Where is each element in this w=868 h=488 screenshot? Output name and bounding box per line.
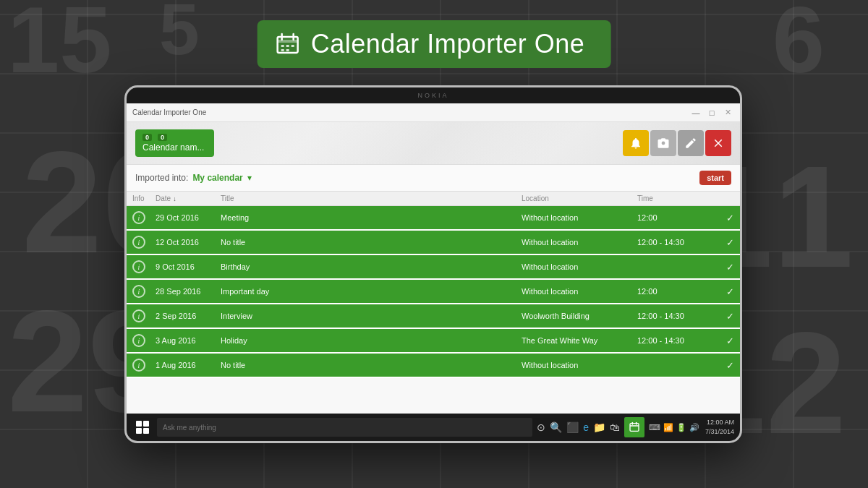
- event-title: Important day: [221, 287, 522, 296]
- event-time: 12:00: [637, 287, 717, 296]
- window-title: Calendar Importer One: [132, 108, 689, 116]
- clock-date: 7/31/2014: [705, 427, 734, 437]
- table-row[interactable]: i 3 Aug 2016 Holiday The Great White Way…: [127, 329, 740, 354]
- col-title: Title: [221, 194, 522, 202]
- event-location: Without location: [522, 262, 637, 271]
- sort-arrow: ↓: [173, 195, 176, 202]
- calendar-name-button[interactable]: 0 0 Calendar nam...: [135, 129, 214, 157]
- taskbar-right: ⌨ 📶 🔋 🔊 12:00 AM 7/31/2014: [649, 418, 734, 436]
- app-title-text: Calendar Importer One: [311, 29, 585, 59]
- svg-rect-1: [278, 40, 298, 43]
- device-frame: NOKIA Calendar Importer One — □ ✕ 0 0 Ca…: [124, 85, 742, 443]
- clock-time: 12:00 AM: [705, 418, 734, 427]
- bell-button[interactable]: [623, 130, 649, 156]
- event-location: Without location: [522, 238, 637, 247]
- taskbar-search-input[interactable]: [157, 418, 532, 437]
- cortana-icon[interactable]: ⊙: [537, 421, 545, 433]
- col-location: Location: [522, 194, 637, 202]
- svg-rect-4: [281, 45, 284, 47]
- device-top-bar: NOKIA: [127, 87, 740, 103]
- app-title-bar: Calendar Importer One: [258, 20, 611, 68]
- folder-icon[interactable]: 📁: [593, 421, 605, 433]
- event-date: 29 Oct 2016: [156, 213, 221, 222]
- right-icons: [623, 130, 731, 156]
- table-row[interactable]: i 1 Aug 2016 No title Without location ✓: [127, 354, 740, 378]
- info-icon[interactable]: i: [132, 285, 145, 298]
- event-date: 9 Oct 2016: [156, 262, 221, 271]
- event-date: 12 Oct 2016: [156, 238, 221, 247]
- close-button[interactable]: ✕: [721, 106, 734, 119]
- table-header: Info Date ↓ Title Location Time: [127, 192, 740, 206]
- camera-button[interactable]: [650, 130, 676, 156]
- svg-rect-9: [630, 424, 639, 432]
- info-icon[interactable]: i: [132, 211, 145, 224]
- minimize-button[interactable]: —: [689, 106, 702, 119]
- svg-rect-6: [292, 45, 294, 47]
- table-row[interactable]: i 9 Oct 2016 Birthday Without location ✓: [127, 255, 740, 280]
- calendar-icon: [275, 31, 301, 57]
- col-time: Time: [637, 194, 717, 202]
- check-icon: ✓: [717, 262, 734, 273]
- info-icon[interactable]: i: [132, 309, 145, 322]
- event-date: 2 Sep 2016: [156, 312, 221, 320]
- event-time: 12:00 - 14:30: [637, 312, 717, 320]
- calendar-app-taskbar[interactable]: [624, 417, 644, 437]
- events-table: i 29 Oct 2016 Meeting Without location 1…: [127, 206, 740, 414]
- event-time: 12:00: [637, 213, 717, 222]
- svg-rect-8: [286, 49, 289, 51]
- store-icon[interactable]: 🛍: [610, 421, 620, 433]
- table-row[interactable]: i 29 Oct 2016 Meeting Without location 1…: [127, 206, 740, 231]
- col-info: Info: [132, 194, 156, 202]
- event-time: 12:00 - 14:30: [637, 238, 717, 247]
- volume-icon: 🔊: [689, 423, 699, 432]
- start-menu-button[interactable]: [132, 417, 153, 437]
- calendar-link[interactable]: My calendar: [192, 173, 242, 183]
- windows-logo: [136, 421, 149, 434]
- badge-count-2: 0: [158, 134, 167, 141]
- event-date: 1 Aug 2016: [156, 361, 221, 369]
- maximize-button[interactable]: □: [705, 106, 718, 119]
- svg-rect-5: [286, 45, 289, 47]
- info-icon[interactable]: i: [132, 260, 145, 273]
- event-title: Holiday: [221, 336, 522, 345]
- event-location: Without location: [522, 287, 637, 296]
- system-clock: 12:00 AM 7/31/2014: [705, 418, 734, 436]
- info-icon[interactable]: i: [132, 334, 145, 347]
- event-location: Woolworth Building: [522, 312, 637, 320]
- table-row[interactable]: i 2 Sep 2016 Interview Woolworth Buildin…: [127, 304, 740, 329]
- event-date: 3 Aug 2016: [156, 336, 221, 345]
- edit-button[interactable]: [678, 130, 704, 156]
- check-icon: ✓: [717, 286, 734, 297]
- taskbar-icons: ⊙ 🔍 ⬛ e 📁 🛍: [537, 417, 644, 437]
- task-view-icon[interactable]: ⬛: [566, 421, 579, 433]
- col-date: Date ↓: [156, 194, 221, 202]
- app-window: Calendar Importer One — □ ✕ 0 0 Calendar…: [127, 103, 740, 414]
- table-row[interactable]: i 12 Oct 2016 No title Without location …: [127, 231, 740, 255]
- close-toolbar-button[interactable]: [705, 130, 731, 156]
- badge-row: 0 0: [142, 134, 204, 141]
- calendar-name-label: Calendar nam...: [142, 142, 204, 153]
- edge-icon[interactable]: e: [583, 421, 589, 433]
- check-icon: ✓: [717, 213, 734, 223]
- wifi-icon: 📶: [663, 423, 673, 432]
- search-icon[interactable]: 🔍: [550, 421, 562, 433]
- info-icon[interactable]: i: [132, 236, 145, 249]
- dropdown-arrow[interactable]: ▾: [247, 173, 252, 183]
- taskbar: ⊙ 🔍 ⬛ e 📁 🛍 ⌨ 📶 🔋 🔊: [127, 414, 740, 441]
- event-title: No title: [221, 361, 522, 369]
- start-button[interactable]: start: [699, 171, 731, 185]
- check-icon: ✓: [717, 237, 734, 248]
- check-icon: ✓: [717, 335, 734, 346]
- event-date: 28 Sep 2016: [156, 287, 221, 296]
- event-location: Without location: [522, 213, 637, 222]
- svg-rect-7: [281, 49, 284, 51]
- event-location: The Great White Way: [522, 336, 637, 345]
- check-icon: ✓: [717, 311, 734, 322]
- event-title: Meeting: [221, 213, 522, 222]
- table-row[interactable]: i 28 Sep 2016 Important day Without loca…: [127, 280, 740, 304]
- keyboard-icon: ⌨: [649, 423, 660, 432]
- imported-into-label: Imported into:: [135, 173, 188, 183]
- info-icon[interactable]: i: [132, 359, 145, 372]
- toolbar: 0 0 Calendar nam...: [127, 122, 740, 165]
- event-title: Birthday: [221, 262, 522, 271]
